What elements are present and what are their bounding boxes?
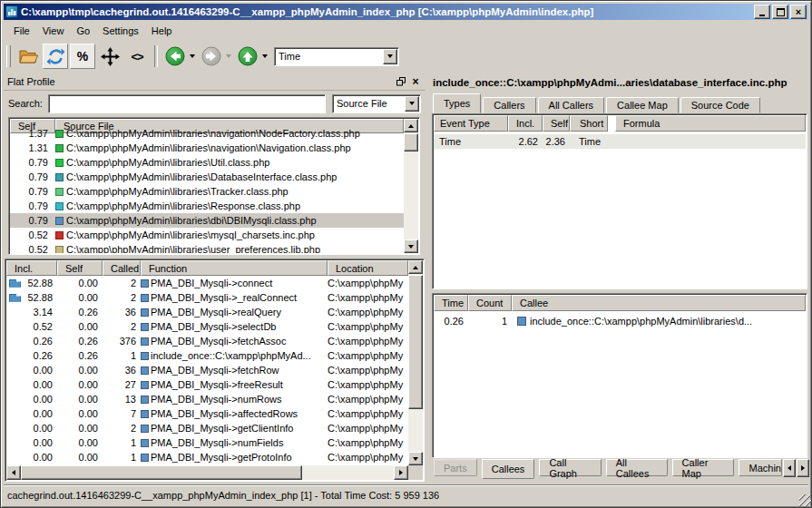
table-row[interactable]: 0.000.002PMA_DBI_Mysqli->getClientInfoC:… [6, 421, 408, 435]
incl-cell: 0.52 [6, 321, 57, 332]
open-file-button[interactable] [15, 44, 41, 69]
table-row[interactable]: 0.52C:\xampp\phpMyAdmin\libraries\user_p… [10, 242, 404, 253]
tab-machine[interactable]: Machine [739, 459, 782, 476]
table-row[interactable]: 0.26 1 include_once::C:\xampp\phpMyAdmin… [434, 314, 806, 328]
maximize-button[interactable] [772, 5, 788, 19]
tab-all-callers[interactable]: All Callers [538, 97, 605, 113]
scrollbar-thumb[interactable] [408, 275, 423, 409]
column-header-event-type[interactable]: Event Type [434, 115, 508, 132]
column-header-function[interactable]: Function [141, 260, 328, 276]
tab-types[interactable]: Types [433, 93, 481, 113]
minimize-button[interactable] [754, 5, 770, 19]
forward-dropdown-caret[interactable] [226, 54, 231, 58]
group-by-selector[interactable]: Source File [332, 94, 421, 113]
scroll-right-button[interactable] [394, 465, 408, 480]
column-header-self[interactable]: Self [57, 260, 103, 276]
scrollbar-thumb[interactable] [404, 133, 418, 151]
column-header-count[interactable]: Count [468, 295, 512, 311]
location-cell: C:\xampp\phpMy [328, 278, 408, 288]
close-panel-button[interactable]: × [409, 75, 422, 88]
table-row[interactable]: 0.000.0013PMA_DBI_Mysqli->numRowsC:\xamp… [6, 392, 408, 406]
table-row[interactable]: 0.79C:\xampp\phpMyAdmin\libraries\Tracke… [10, 184, 404, 199]
column-header-incl[interactable]: Incl. [6, 260, 57, 276]
title-bar[interactable]: C:\xampp\tmp\cachegrind.out.1416463299-C… [4, 4, 808, 20]
table-row[interactable]: 52.880.002PMA_DBI_Mysqli->_realConnectC:… [6, 290, 408, 305]
up-button[interactable] [235, 44, 260, 69]
scroll-down-button[interactable] [408, 452, 423, 465]
column-header-short[interactable]: Short [570, 115, 608, 132]
scroll-left-button[interactable] [6, 465, 21, 480]
function-list-vertical-scrollbar[interactable] [408, 260, 423, 465]
refresh-button[interactable] [43, 44, 68, 69]
table-row[interactable]: 0.79C:\xampp\phpMyAdmin\libraries\dbi\DB… [10, 213, 404, 228]
toolbar-grip[interactable] [6, 45, 11, 67]
tab-parts[interactable]: Parts [434, 459, 477, 476]
cost-color-swatch [55, 130, 64, 138]
tab-callees[interactable]: Callees [482, 459, 535, 479]
file-list-vertical-scrollbar[interactable] [404, 119, 418, 253]
function-list-horizontal-scrollbar[interactable] [6, 465, 408, 480]
resize-grip[interactable] [799, 494, 811, 506]
menu-file[interactable]: File [7, 24, 36, 38]
relative-percent-button[interactable]: % [70, 44, 95, 69]
scroll-up-button[interactable] [408, 260, 423, 274]
table-row[interactable]: 3.140.2636PMA_DBI_Mysqli->realQueryC:\xa… [6, 305, 408, 319]
function-color-swatch [141, 396, 149, 404]
tab-scroll-right-button[interactable] [797, 459, 809, 477]
table-row[interactable]: 0.000.0036PMA_DBI_Mysqli->fetchRowC:\xam… [6, 363, 408, 377]
group-by-dropdown-button[interactable] [405, 96, 419, 112]
tab-call-graph[interactable]: Call Graph [539, 459, 601, 476]
float-panel-button[interactable] [395, 75, 407, 88]
scrollbar-thumb[interactable] [21, 465, 302, 480]
called-cell: 1 [103, 437, 141, 448]
table-row[interactable]: 0.79C:\xampp\phpMyAdmin\libraries\Util.c… [10, 155, 404, 170]
tab-callee-map[interactable]: Callee Map [606, 97, 679, 113]
tab-caller-map[interactable]: Caller Map [672, 459, 735, 476]
column-header-called[interactable]: Called [103, 260, 141, 276]
column-header-time[interactable]: Time [434, 295, 468, 311]
column-header-callee[interactable]: Callee [512, 295, 806, 311]
forward-button[interactable] [199, 44, 224, 69]
table-row[interactable]: 0.79C:\xampp\phpMyAdmin\libraries\Databa… [10, 170, 404, 184]
column-header-formula[interactable]: Formula [615, 115, 806, 132]
event-type-selector[interactable]: Time [274, 47, 399, 66]
app-icon[interactable] [5, 5, 18, 18]
table-row[interactable]: 0.52C:\xampp\phpMyAdmin\libraries\mysql_… [10, 228, 404, 242]
cycle-detection-button[interactable]: <> [124, 44, 150, 69]
scroll-up-button[interactable] [404, 119, 418, 132]
back-button[interactable] [162, 44, 188, 69]
table-row[interactable]: 0.260.26376PMA_DBI_Mysqli->fetchAssocC:\… [6, 334, 408, 348]
table-row[interactable]: 0.260.261include_once::C:\xampp\phpMyAd.… [6, 348, 408, 363]
column-header-location[interactable]: Location [328, 260, 408, 276]
table-row[interactable]: 0.000.007PMA_DBI_Mysqli->affectedRowsC:\… [6, 406, 408, 421]
tab-source-code[interactable]: Source Code [680, 97, 760, 113]
column-header-self[interactable]: Self [543, 115, 570, 132]
back-dropdown-caret[interactable] [190, 54, 195, 58]
close-button[interactable]: × [790, 5, 807, 19]
table-row[interactable]: 52.880.002PMA_DBI_Mysqli->connectC:\xamp… [6, 276, 408, 290]
table-row[interactable]: 0.000.0027PMA_DBI_Mysqli->freeResultC:\x… [6, 377, 408, 392]
menu-help[interactable]: Help [145, 24, 179, 38]
table-row[interactable]: 0.520.002PMA_DBI_Mysqli->selectDbC:\xamp… [6, 319, 408, 334]
flat-profile-titlebar[interactable]: Flat Profile × [4, 73, 426, 91]
table-row[interactable]: Time 2.62 2.36 Time [434, 134, 806, 149]
column-header-incl[interactable]: Incl. [508, 115, 543, 132]
function-color-swatch [141, 366, 149, 375]
event-type-dropdown-button[interactable] [383, 49, 397, 64]
tab-all-callees[interactable]: All Callees [606, 459, 668, 476]
expand-areas-button[interactable] [97, 44, 122, 69]
menu-go[interactable]: Go [70, 24, 96, 38]
table-row[interactable]: 1.31C:\xampp\phpMyAdmin\libraries\naviga… [10, 141, 404, 155]
tab-scroll-left-button[interactable] [783, 459, 796, 477]
menu-settings[interactable]: Settings [96, 24, 145, 38]
table-row[interactable]: 0.79C:\xampp\phpMyAdmin\libraries\Respon… [10, 199, 404, 213]
up-dropdown-caret[interactable] [262, 54, 268, 58]
tab-callers[interactable]: Callers [483, 97, 535, 113]
search-input[interactable] [48, 94, 326, 113]
table-row[interactable]: 1.37C:\xampp\phpMyAdmin\libraries\naviga… [10, 126, 404, 141]
scroll-down-button[interactable] [404, 239, 418, 253]
table-row[interactable]: 0.000.001PMA_DBI_Mysqli->numFieldsC:\xam… [6, 435, 408, 450]
menu-view[interactable]: View [36, 24, 71, 38]
self-value: 0.79 [10, 171, 51, 182]
table-row[interactable]: 0.000.001PMA_DBI_Mysqli->getProtoInfoC:\… [6, 450, 408, 464]
